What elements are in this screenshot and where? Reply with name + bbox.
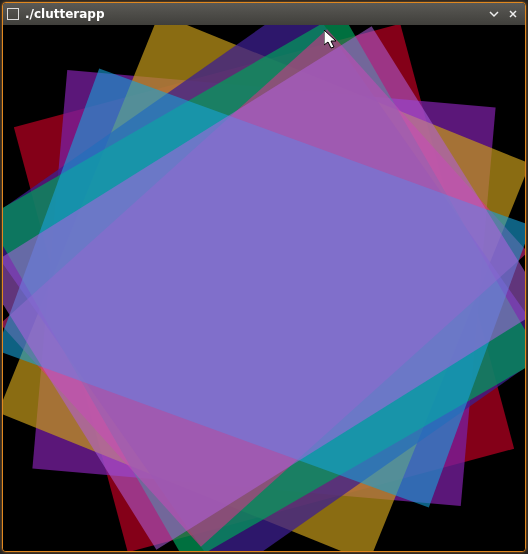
titlebar[interactable]: ./clutterapp [3, 3, 525, 26]
minimize-button[interactable] [486, 7, 502, 21]
app-window: ./clutterapp [2, 2, 526, 552]
app-icon [7, 8, 19, 20]
clutter-stage[interactable] [3, 25, 525, 551]
close-button[interactable] [505, 7, 521, 21]
window-title: ./clutterapp [25, 7, 483, 21]
